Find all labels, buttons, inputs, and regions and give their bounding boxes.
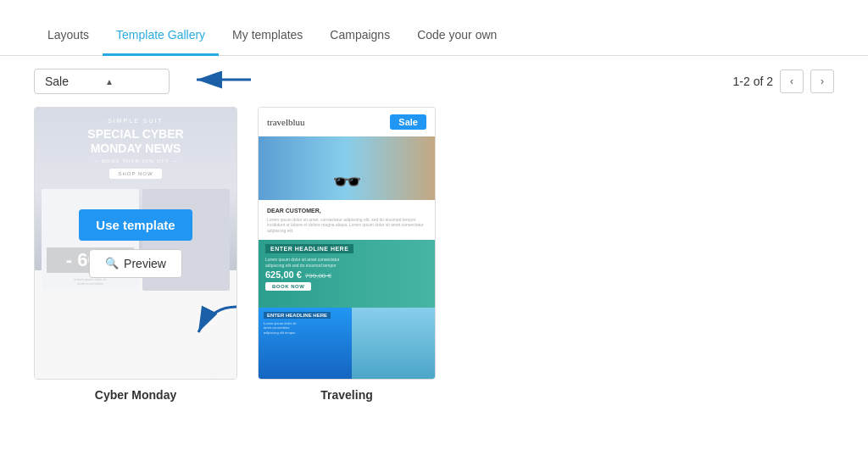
pagination: 1-2 of 2 ‹ › — [733, 69, 834, 93]
tr-text-section: DEAR CUSTOMER, Lorem ipsum dolor sit ame… — [259, 200, 435, 240]
tr-destination: ENTER HEADLINE HERE Lorem ipsum dolor si… — [259, 240, 435, 308]
card-inner-cyber-monday: SIMPLE SUIT SPECIAL CYBERMONDAY NEWS — M… — [34, 107, 237, 380]
tr-dest-headline: ENTER HEADLINE HERE — [265, 244, 353, 253]
tr-old-price: 799,00 € — [305, 272, 331, 280]
pagination-prev-button[interactable]: ‹ — [780, 69, 804, 93]
tr-book-button: BOOK NOW — [265, 282, 311, 291]
card-image-traveling: travelbluu Sale 🕶️ DEAR CUSTOMER, Lorem … — [259, 108, 435, 379]
card-image-cyber-monday: SIMPLE SUIT SPECIAL CYBERMONDAY NEWS — M… — [35, 108, 236, 379]
tr-body: Lorem ipsum dolor sit amet, consectetur … — [267, 217, 426, 234]
tr-dest-text: Lorem ipsum dolor sit amet consecteturad… — [265, 257, 340, 268]
tr-beach-right — [352, 308, 435, 379]
card-label-cyber-monday: Cyber Monday — [34, 380, 237, 410]
card-inner-traveling: travelbluu Sale 🕶️ DEAR CUSTOMER, Lorem … — [258, 107, 436, 380]
tr-beach-headline: ENTER HEADLINE HERE — [264, 312, 331, 319]
tabs-bar: Layouts Template Gallery My templates Ca… — [0, 0, 868, 56]
tab-template-gallery[interactable]: Template Gallery — [103, 16, 219, 56]
tr-hero: 🕶️ — [259, 136, 435, 200]
template-gallery: SIMPLE SUIT SPECIAL CYBERMONDAY NEWS — M… — [0, 107, 868, 427]
tr-beach-row: ENTER HEADLINE HERE Lorem ipsum dolor si… — [259, 308, 435, 379]
arrow-indicator — [183, 68, 259, 95]
toolbar: Sale ▲ 1-2 of 2 ‹ › — [0, 56, 868, 107]
tr-price: 625,00 € — [265, 269, 302, 280]
tr-header: travelbluu Sale — [259, 108, 435, 136]
tr-logo: travelbluu — [267, 117, 305, 127]
tr-price-row: 625,00 € 799,00 € — [265, 268, 331, 280]
preview-label: Preview — [124, 257, 166, 270]
tr-beach-left: ENTER HEADLINE HERE Lorem ipsum dolor si… — [259, 308, 352, 379]
preview-button[interactable]: 🔍 Preview — [89, 249, 182, 278]
card-label-traveling: Traveling — [258, 380, 436, 410]
category-dropdown[interactable]: Sale ▲ — [34, 69, 170, 94]
tab-my-templates[interactable]: My templates — [219, 16, 316, 56]
use-template-button[interactable]: Use template — [79, 209, 192, 241]
search-icon: 🔍 — [105, 257, 119, 269]
tr-sunglasses-icon: 🕶️ — [332, 168, 362, 196]
dropdown-value: Sale — [45, 75, 98, 88]
tr-dear: DEAR CUSTOMER, — [267, 207, 426, 215]
blue-arrow-template — [186, 303, 236, 348]
chevron-up-icon: ▲ — [105, 77, 159, 86]
pagination-next-button[interactable]: › — [810, 69, 834, 93]
tab-campaigns[interactable]: Campaigns — [316, 16, 403, 56]
tr-beach-text: Lorem ipsum dolor sitamet consecteturadi… — [264, 321, 296, 335]
traveling-preview: travelbluu Sale 🕶️ DEAR CUSTOMER, Lorem … — [259, 108, 435, 379]
template-card-cyber-monday[interactable]: SIMPLE SUIT SPECIAL CYBERMONDAY NEWS — M… — [34, 107, 237, 410]
tr-sale-badge: Sale — [390, 114, 426, 130]
tab-code-your-own[interactable]: Code your own — [403, 16, 510, 56]
tab-layouts[interactable]: Layouts — [34, 16, 103, 56]
template-card-traveling[interactable]: travelbluu Sale 🕶️ DEAR CUSTOMER, Lorem … — [258, 107, 436, 410]
pagination-info: 1-2 of 2 — [733, 75, 773, 88]
